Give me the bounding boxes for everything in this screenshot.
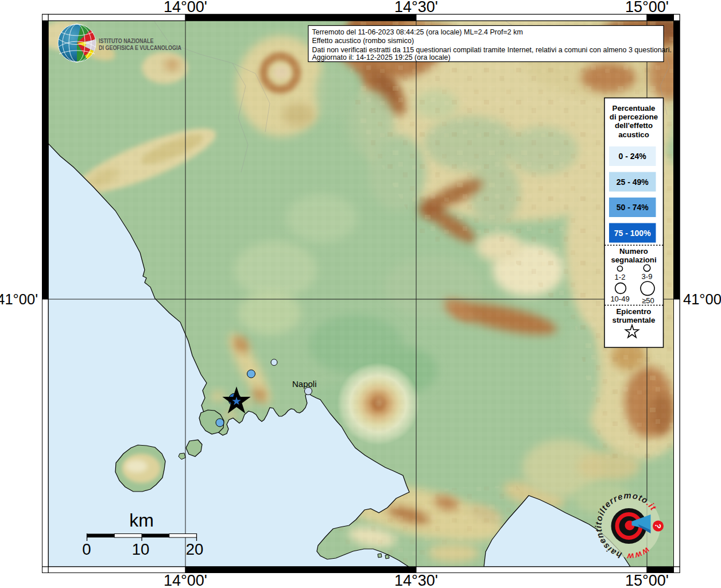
svg-text:14°00': 14°00' — [164, 572, 207, 588]
svg-text:DI GEOFISICA E VULCANOLOGIA: DI GEOFISICA E VULCANOLOGIA — [99, 44, 181, 51]
svg-text:25 - 49%: 25 - 49% — [617, 177, 649, 187]
svg-text:Terremoto del 11-06-2023 08:44: Terremoto del 11-06-2023 08:44:25 (ora l… — [312, 28, 523, 36]
svg-text:15°00': 15°00' — [625, 572, 669, 588]
svg-text:dell'effetto: dell'effetto — [615, 121, 653, 130]
svg-text:14°00': 14°00' — [164, 0, 207, 16]
svg-text:Effetto acustico (rombo sismic: Effetto acustico (rombo sismico) — [312, 37, 414, 45]
svg-text:≥50: ≥50 — [642, 296, 654, 305]
svg-text:14°30': 14°30' — [394, 572, 438, 588]
svg-text:20: 20 — [186, 540, 204, 558]
svg-text:41°00': 41°00' — [0, 291, 38, 307]
svg-text:Napoli: Napoli — [292, 379, 317, 389]
svg-text:Aggiornato il: 14-12-2025 19:2: Aggiornato il: 14-12-2025 19:25 (ora loc… — [312, 53, 451, 61]
svg-text:strumentale: strumentale — [613, 316, 656, 324]
svg-text:ISTITUTO NAZIONALE: ISTITUTO NAZIONALE — [99, 37, 153, 44]
svg-text:41°00': 41°00' — [683, 291, 721, 307]
svg-text:segnalazioni: segnalazioni — [611, 256, 656, 264]
svg-text:75 - 100%: 75 - 100% — [614, 229, 651, 238]
svg-text:Numero: Numero — [619, 247, 648, 256]
svg-text:1-2: 1-2 — [615, 273, 626, 281]
svg-text:3-9: 3-9 — [642, 272, 653, 281]
svg-text:10: 10 — [132, 540, 150, 558]
svg-text:10-49: 10-49 — [610, 295, 629, 303]
svg-text:km: km — [129, 510, 154, 531]
svg-text:Dati non verificati estratti d: Dati non verificati estratti da 115 ques… — [312, 46, 672, 54]
svg-text:Percentuale: Percentuale — [613, 104, 656, 113]
svg-text:Epicentro: Epicentro — [617, 307, 652, 316]
svg-text:acustico: acustico — [618, 130, 649, 139]
svg-text:50 - 74%: 50 - 74% — [617, 203, 649, 212]
svg-text:15°00': 15°00' — [625, 0, 669, 16]
svg-text:14°30': 14°30' — [394, 0, 438, 16]
svg-text:0 - 24%: 0 - 24% — [619, 152, 647, 161]
svg-text:0: 0 — [82, 540, 91, 558]
svg-text:di percezione: di percezione — [610, 113, 658, 121]
